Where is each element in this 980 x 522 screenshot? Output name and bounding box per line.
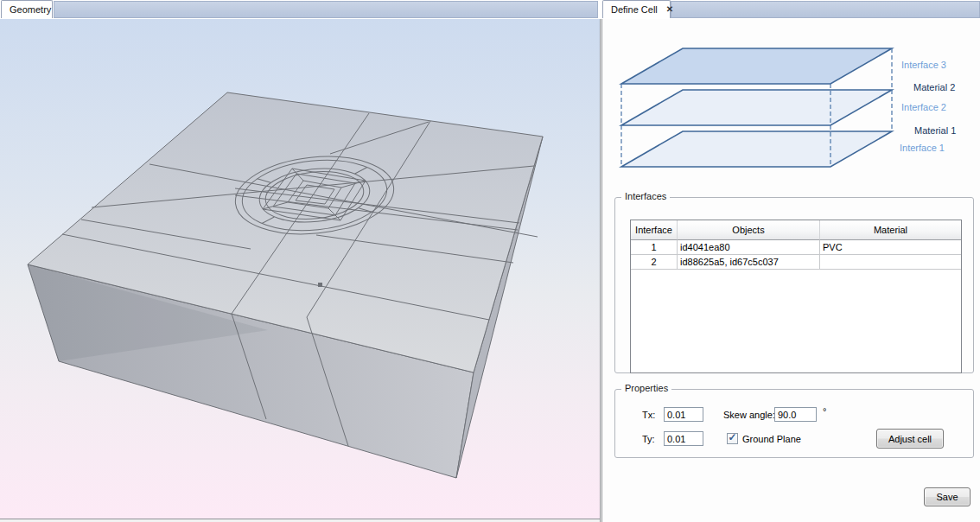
tab-geometry-label: Geometry bbox=[10, 4, 51, 15]
geometry-3d-canvas[interactable] bbox=[0, 19, 600, 519]
ty-input[interactable] bbox=[664, 431, 703, 446]
layer-stack-diagram bbox=[602, 19, 980, 183]
cell-interface-2[interactable]: 2 bbox=[631, 255, 678, 270]
tab-define-cell-label: Define Cell bbox=[611, 4, 658, 15]
define-cell-panel: Interface 3 Material 2 Interface 2 Mater… bbox=[602, 19, 980, 522]
cell-material-1[interactable]: PVC bbox=[820, 240, 961, 255]
close-icon[interactable]: ✕ bbox=[666, 5, 673, 14]
label-material-2: Material 2 bbox=[913, 82, 955, 92]
application-window: Geometry Define Cell ✕ bbox=[0, 0, 980, 522]
label-interface-2: Interface 2 bbox=[901, 102, 946, 112]
label-interface-3: Interface 3 bbox=[901, 60, 946, 70]
col-header-material[interactable]: Material bbox=[820, 220, 961, 240]
vertex-dot[interactable] bbox=[318, 283, 322, 287]
skew-angle-input[interactable] bbox=[774, 407, 817, 422]
ground-plane-label: Ground Plane bbox=[742, 434, 801, 444]
layer-bottom bbox=[621, 131, 892, 167]
cell-material-2[interactable] bbox=[820, 255, 961, 270]
checkmark-icon: ✓ bbox=[728, 433, 736, 442]
layer-middle bbox=[621, 90, 892, 125]
tabstrip-filler-left bbox=[54, 1, 598, 18]
ground-plane-checkbox[interactable]: ✓ bbox=[727, 433, 738, 444]
ty-label: Ty: bbox=[642, 434, 655, 444]
tab-strip: Geometry Define Cell ✕ bbox=[0, 0, 980, 19]
tx-label: Tx: bbox=[642, 410, 655, 420]
col-header-interface[interactable]: Interface bbox=[631, 220, 678, 240]
tab-geometry[interactable]: Geometry bbox=[1, 0, 53, 18]
layer-top bbox=[621, 48, 892, 84]
interfaces-groupbox-title: Interfaces bbox=[621, 191, 670, 201]
cell-objects-1[interactable]: id4041ea80 bbox=[678, 240, 820, 255]
properties-groupbox-title: Properties bbox=[621, 383, 671, 393]
table-row[interactable]: 2 id88625a5, id67c5c037 bbox=[631, 255, 961, 270]
col-header-objects[interactable]: Objects bbox=[678, 220, 820, 240]
degree-symbol: ° bbox=[823, 406, 826, 417]
interfaces-groupbox: Interfaces Interface Objects Material 1 … bbox=[614, 197, 974, 373]
label-material-1: Material 1 bbox=[914, 125, 956, 136]
table-header-row: Interface Objects Material bbox=[631, 220, 961, 240]
cell-interface-1[interactable]: 1 bbox=[631, 240, 678, 255]
tabstrip-filler-right bbox=[671, 1, 980, 18]
interfaces-table[interactable]: Interface Objects Material 1 id4041ea80 … bbox=[630, 220, 962, 373]
save-button[interactable]: Save bbox=[924, 487, 970, 506]
cell-objects-2[interactable]: id88625a5, id67c5c037 bbox=[678, 255, 820, 270]
label-interface-1: Interface 1 bbox=[900, 143, 945, 153]
geometry-viewport[interactable] bbox=[0, 19, 600, 519]
adjust-cell-button[interactable]: Adjust cell bbox=[876, 429, 944, 449]
tx-input[interactable] bbox=[664, 407, 703, 422]
skew-angle-label: Skew angle: bbox=[723, 410, 775, 420]
properties-groupbox: Properties Tx: Skew angle: ° Ty: ✓ Groun… bbox=[614, 389, 974, 458]
table-row[interactable]: 1 id4041ea80 PVC bbox=[631, 240, 961, 255]
tab-define-cell[interactable]: Define Cell ✕ bbox=[602, 0, 671, 18]
